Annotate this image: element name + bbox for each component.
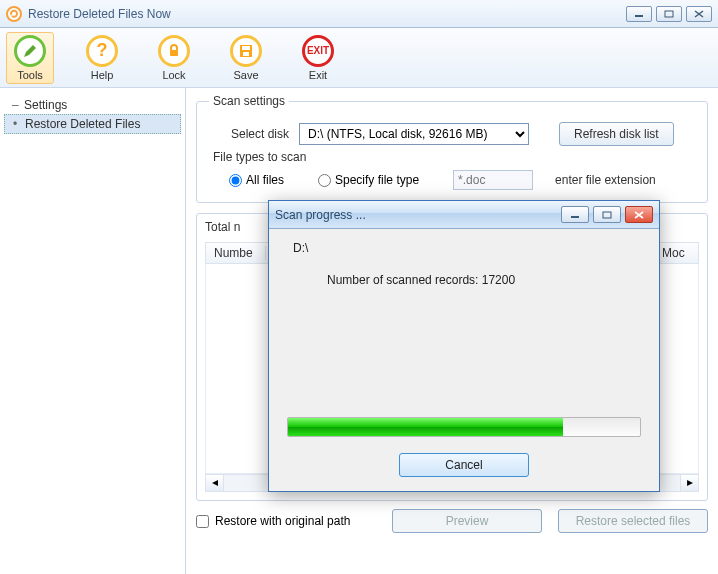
toolbar-save[interactable]: Save [222, 32, 270, 84]
toolbar-exit[interactable]: EXIT Exit [294, 32, 342, 84]
titlebar: Restore Deleted Files Now [0, 0, 718, 28]
disk-select[interactable]: D:\ (NTFS, Local disk, 92616 MB) [299, 123, 529, 145]
close-button[interactable] [686, 6, 712, 22]
scan-settings-group: Scan settings Select disk D:\ (NTFS, Loc… [196, 94, 708, 203]
window-title: Restore Deleted Files Now [28, 7, 626, 21]
col-number[interactable]: Numbe [206, 246, 266, 260]
svg-point-0 [7, 7, 21, 21]
toolbar-lock[interactable]: Lock [150, 32, 198, 84]
scan-path: D:\ [293, 241, 641, 255]
dialog-close-button[interactable] [625, 206, 653, 223]
cancel-button[interactable]: Cancel [399, 453, 529, 477]
radio-all-files[interactable]: All files [229, 173, 284, 187]
scroll-left-icon[interactable]: ◂ [206, 475, 224, 491]
toolbar-lock-label: Lock [162, 69, 185, 81]
sidebar-item-label: Settings [24, 98, 67, 112]
svg-rect-1 [635, 15, 643, 17]
scroll-right-icon[interactable]: ▸ [680, 475, 698, 491]
records-label: Number of scanned records: [327, 273, 478, 287]
sidebar: Settings Restore Deleted Files [0, 88, 186, 574]
svg-rect-2 [665, 11, 673, 17]
exit-icon: EXIT [302, 35, 334, 67]
dialog-titlebar: Scan progress ... [269, 201, 659, 229]
floppy-icon [230, 35, 262, 67]
toolbar-tools-label: Tools [17, 69, 43, 81]
progress-fill [288, 418, 563, 436]
svg-rect-7 [571, 216, 579, 218]
dialog-title: Scan progress ... [275, 208, 557, 222]
toolbar-exit-label: Exit [309, 69, 327, 81]
toolbar-tools[interactable]: Tools [6, 32, 54, 84]
radio-specify[interactable]: Specify file type [318, 173, 419, 187]
footer: Restore with original path Preview Resto… [196, 509, 708, 533]
sidebar-item-label: Restore Deleted Files [25, 117, 140, 131]
restore-original-path[interactable]: Restore with original path [196, 514, 350, 528]
toolbar-save-label: Save [233, 69, 258, 81]
minimize-button[interactable] [626, 6, 652, 22]
radio-specify-label: Specify file type [335, 173, 419, 187]
toolbar-help-label: Help [91, 69, 114, 81]
lock-icon [158, 35, 190, 67]
refresh-disk-button[interactable]: Refresh disk list [559, 122, 674, 146]
svg-rect-8 [603, 212, 611, 218]
svg-rect-5 [242, 46, 250, 50]
restore-selected-button[interactable]: Restore selected files [558, 509, 708, 533]
toolbar-help[interactable]: ? Help [78, 32, 126, 84]
scan-stat: Number of scanned records: 17200 [327, 273, 641, 287]
file-types-legend: File types to scan [213, 150, 695, 164]
sidebar-item-restore[interactable]: Restore Deleted Files [4, 114, 181, 134]
svg-rect-3 [170, 50, 178, 56]
window-controls [626, 6, 712, 22]
question-icon: ? [86, 35, 118, 67]
progress-bar [287, 417, 641, 437]
scan-settings-legend: Scan settings [209, 94, 289, 108]
extension-hint: enter file extension [555, 173, 656, 187]
scan-progress-dialog: Scan progress ... D:\ Number of scanned … [268, 200, 660, 492]
dialog-minimize-button[interactable] [561, 206, 589, 223]
pencil-icon [14, 35, 46, 67]
sidebar-item-settings[interactable]: Settings [4, 96, 181, 114]
dialog-body: D:\ Number of scanned records: 17200 [269, 229, 659, 299]
extension-input[interactable] [453, 170, 533, 190]
svg-rect-6 [243, 52, 249, 56]
radio-all-files-input[interactable] [229, 174, 242, 187]
restore-original-path-checkbox[interactable] [196, 515, 209, 528]
records-value: 17200 [482, 273, 515, 287]
col-modified[interactable]: Moc [654, 246, 698, 260]
radio-all-files-label: All files [246, 173, 284, 187]
app-icon [6, 6, 22, 22]
toolbar: Tools ? Help Lock Save EXIT Exit [0, 28, 718, 88]
radio-specify-input[interactable] [318, 174, 331, 187]
maximize-button[interactable] [656, 6, 682, 22]
dialog-maximize-button[interactable] [593, 206, 621, 223]
restore-original-path-label: Restore with original path [215, 514, 350, 528]
select-disk-label: Select disk [209, 127, 289, 141]
preview-button[interactable]: Preview [392, 509, 542, 533]
